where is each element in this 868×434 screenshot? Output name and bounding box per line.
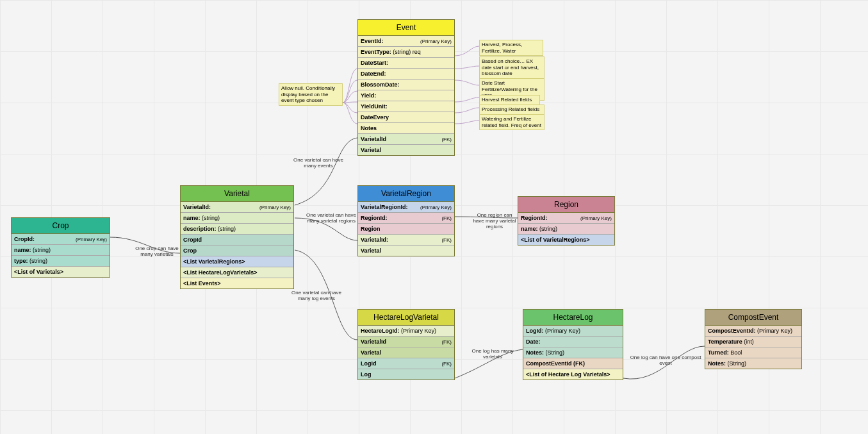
entity-header: Region bbox=[518, 197, 614, 213]
entity-header: Crop bbox=[12, 218, 110, 234]
table-row: VarietalId:(Primary Key) bbox=[181, 202, 293, 213]
entity-varietal[interactable]: Varietal VarietalId:(Primary Key)name: (… bbox=[180, 185, 294, 289]
table-row: description: (string) bbox=[181, 224, 293, 235]
rel-varietal-region: One varietal can have many varietal regi… bbox=[306, 213, 356, 224]
table-row: VarietalId(FK) bbox=[358, 134, 454, 145]
table-row: DateEnd: bbox=[358, 69, 454, 79]
table-row: <List HectareLogVarietals> bbox=[181, 267, 293, 278]
table-row: Varietal bbox=[358, 347, 454, 358]
table-row: VarietalId(FK) bbox=[358, 337, 454, 347]
entity-rows: HectareLogId: (Primary Key)VarietalId(FK… bbox=[358, 326, 454, 380]
rel-varietal-event: One varietal can have many events bbox=[293, 158, 343, 169]
entity-rows: EventId:(Primary Key)EventType: (string)… bbox=[358, 36, 454, 155]
table-row: Crop bbox=[181, 246, 293, 256]
note-allow-null: Allow null. Conditionally display based … bbox=[279, 83, 343, 106]
table-row: <List of Varietals> bbox=[12, 267, 110, 277]
entity-hectare-log[interactable]: HectareLog LogId: (Primary Key)Date:Note… bbox=[523, 309, 623, 380]
table-row: name: (string) bbox=[12, 245, 110, 256]
table-row: Notes bbox=[358, 123, 454, 134]
entity-rows: CompostEventId: (Primary Key)Temperature… bbox=[705, 326, 801, 369]
entity-rows: VarietalId:(Primary Key)name: (string)de… bbox=[181, 202, 293, 288]
entity-varietal-region[interactable]: VarietalRegion VarietalRegionId:(Primary… bbox=[357, 185, 455, 256]
rel-log-varietals: One log has many varietals bbox=[464, 349, 521, 360]
entity-header: CompostEvent bbox=[705, 310, 801, 326]
table-row: Region bbox=[358, 224, 454, 235]
table-row: CompostEventId: (Primary Key) bbox=[705, 326, 801, 337]
entity-region[interactable]: Region RegionId:(Primary Key)name: (stri… bbox=[518, 196, 615, 246]
table-row: LogId(FK) bbox=[358, 358, 454, 369]
entity-compost-event[interactable]: CompostEvent CompostEventId: (Primary Ke… bbox=[705, 309, 802, 369]
table-row: EventType: (string) req bbox=[358, 47, 454, 58]
rel-region-varietal: One region can have many varietal region… bbox=[471, 213, 518, 230]
table-row: type: (string) bbox=[12, 256, 110, 267]
table-row: Varietal bbox=[358, 145, 454, 155]
table-row: DateStart: bbox=[358, 58, 454, 69]
note-processing-fields: Processing Related fields bbox=[479, 104, 545, 115]
entity-rows: CropId:(Primary Key)name: (string)type: … bbox=[12, 234, 110, 277]
table-row: Log bbox=[358, 369, 454, 380]
table-row: EventId:(Primary Key) bbox=[358, 36, 454, 47]
entity-crop[interactable]: Crop CropId:(Primary Key)name: (string)t… bbox=[11, 217, 110, 278]
entity-rows: LogId: (Primary Key)Date:Notes: (String)… bbox=[523, 326, 623, 380]
rel-varietal-log: One varietal can have many log events bbox=[291, 290, 341, 302]
table-row: <List VarietalRegions> bbox=[181, 256, 293, 267]
table-row: Notes: (String) bbox=[523, 347, 623, 358]
entity-header: HectareLog bbox=[523, 310, 623, 326]
table-row: <List of Hectare Log Varietals> bbox=[523, 369, 623, 380]
note-event-types: Harvest, Process, Fertilize, Water bbox=[479, 40, 543, 56]
entity-header: Event bbox=[358, 20, 454, 36]
table-row: RegionId:(Primary Key) bbox=[518, 213, 614, 224]
table-row: CropId:(Primary Key) bbox=[12, 234, 110, 245]
table-row: Date: bbox=[523, 337, 623, 347]
table-row: VarietalRegionId:(Primary Key) bbox=[358, 202, 454, 213]
rel-crop-varietal: One crop can have many varietals bbox=[135, 246, 179, 258]
table-row: LogId: (Primary Key) bbox=[523, 326, 623, 337]
table-row: BlossomDate: bbox=[358, 79, 454, 90]
table-row: Notes: (String) bbox=[705, 358, 801, 369]
table-row: RegionId:(FK) bbox=[358, 213, 454, 224]
note-harvest-fields: Harvest Related fields bbox=[479, 95, 540, 105]
table-row: VarietalId:(FK) bbox=[358, 235, 454, 246]
table-row: <List Events> bbox=[181, 278, 293, 288]
entity-header: HectareLogVarietal bbox=[358, 310, 454, 326]
table-row: DateEvery bbox=[358, 112, 454, 123]
table-row: Varietal bbox=[358, 246, 454, 256]
rel-log-compost: One log can have one compost event bbox=[628, 355, 703, 367]
entity-header: VarietalRegion bbox=[358, 186, 454, 202]
table-row: HectareLogId: (Primary Key) bbox=[358, 326, 454, 337]
entity-rows: RegionId:(Primary Key)name: (string)<Lis… bbox=[518, 213, 614, 245]
table-row: name: (string) bbox=[518, 224, 614, 235]
table-row: <List of VarietalRegions> bbox=[518, 235, 614, 245]
note-based-on-choice: Based on choice… EX date start or end ha… bbox=[479, 56, 545, 79]
table-row: Temperature (int) bbox=[705, 337, 801, 347]
table-row: YieldUnit: bbox=[358, 101, 454, 112]
table-row: Yield: bbox=[358, 90, 454, 101]
entity-event[interactable]: Event EventId:(Primary Key)EventType: (s… bbox=[357, 19, 455, 156]
table-row: CropId bbox=[181, 235, 293, 246]
table-row: Turned: Bool bbox=[705, 347, 801, 358]
table-row: CompostEventId (FK) bbox=[523, 358, 623, 369]
entity-hectare-log-varietal[interactable]: HectareLogVarietal HectareLogId: (Primar… bbox=[357, 309, 455, 380]
table-row: name: (string) bbox=[181, 213, 293, 224]
entity-header: Varietal bbox=[181, 186, 293, 202]
note-watering-fields: Watering and Fertilize related field. Fr… bbox=[479, 114, 545, 130]
entity-rows: VarietalRegionId:(Primary Key)RegionId:(… bbox=[358, 202, 454, 256]
